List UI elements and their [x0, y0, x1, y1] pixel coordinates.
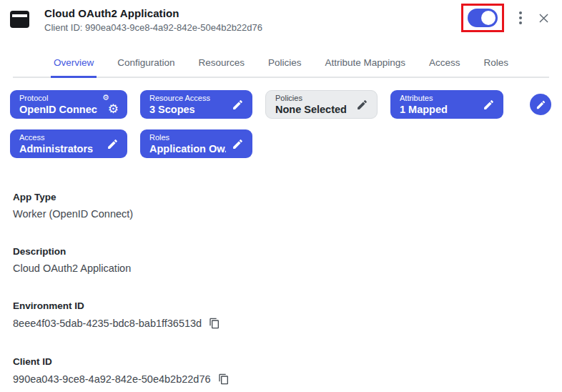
kebab-menu-icon[interactable]	[513, 6, 528, 30]
chip-label: Policies	[275, 94, 347, 102]
application-enabled-toggle[interactable]	[468, 9, 498, 27]
field-value-row: 990ea043-9ce8-4a92-842e-50e4b2b22d76	[13, 373, 549, 386]
copy-icon[interactable]	[217, 373, 230, 386]
chip-value: OpenID Connect	[19, 104, 97, 115]
chip-access[interactable]: Access Administrators	[10, 129, 127, 158]
tab-bar: Overview Configuration Resources Policie…	[13, 54, 549, 78]
field-label: Client ID	[13, 356, 549, 367]
overview-fields: App Type Worker (OpenID Connect) Descrip…	[0, 192, 562, 386]
tab-attribute-mappings[interactable]: Attribute Mappings	[325, 54, 407, 77]
chip-value: Application Ow...	[149, 143, 226, 155]
chip-value: Administrators	[19, 143, 93, 155]
field-client-id: Client ID 990ea043-9ce8-4a92-842e-50e4b2…	[13, 356, 549, 386]
page-title: Cloud OAuth2 Application	[44, 7, 262, 19]
chip-row-1: Protocol OpenID Connect ⚙⚙ Resource Acce…	[10, 90, 552, 119]
pencil-icon	[107, 138, 119, 150]
gears-icon: ⚙⚙	[102, 95, 119, 114]
application-detail-panel: Cloud OAuth2 Application Client ID: 990e…	[0, 0, 562, 386]
field-value: 990ea043-9ce8-4a92-842e-50e4b2b22d76	[13, 373, 211, 385]
field-description: Description Cloud OAuth2 Application	[13, 246, 549, 274]
chip-policies[interactable]: Policies None Selected	[265, 90, 378, 119]
chip-label: Protocol	[19, 94, 97, 102]
pencil-icon	[232, 138, 244, 150]
field-label: Environment ID	[13, 300, 549, 311]
app-window-icon	[10, 11, 29, 28]
annotation-highlight-box	[461, 4, 504, 32]
field-value-row: Cloud OAuth2 Application	[13, 263, 549, 274]
chip-resource-access[interactable]: Resource Access 3 Scopes	[140, 90, 252, 119]
copy-icon[interactable]	[208, 317, 221, 330]
field-label: App Type	[13, 192, 549, 202]
client-id-subtitle: Client ID: 990ea043-9ce8-4a92-842e-50e4b…	[44, 22, 262, 33]
close-icon[interactable]	[534, 9, 553, 28]
tab-roles[interactable]: Roles	[483, 54, 510, 77]
chip-text: Policies None Selected	[275, 94, 347, 116]
field-environment-id: Environment ID 8eee4f03-5dab-4235-bdc8-b…	[13, 300, 549, 330]
edit-application-button[interactable]	[530, 94, 551, 115]
toggle-knob	[481, 11, 496, 25]
pencil-icon	[232, 99, 244, 111]
field-value: Worker (OpenID Connect)	[13, 208, 133, 220]
chip-protocol[interactable]: Protocol OpenID Connect ⚙⚙	[10, 90, 127, 119]
chip-row-2: Access Administrators Roles Application …	[10, 129, 552, 158]
tab-configuration[interactable]: Configuration	[117, 54, 175, 77]
field-value-row: 8eee4f03-5dab-4235-bdc8-bab1ff36513d	[13, 317, 549, 330]
chip-label: Attributes	[400, 94, 448, 102]
pencil-icon	[483, 99, 495, 111]
chip-text: Resource Access 3 Scopes	[149, 94, 210, 116]
header-text: Cloud OAuth2 Application Client ID: 990e…	[44, 7, 262, 33]
pencil-icon	[356, 99, 368, 111]
tab-resources[interactable]: Resources	[197, 54, 245, 77]
chip-label: Roles	[149, 133, 226, 142]
chip-value: 3 Scopes	[149, 104, 210, 115]
tab-policies[interactable]: Policies	[267, 54, 302, 77]
pencil-icon	[536, 99, 546, 110]
quick-edit-chips: Protocol OpenID Connect ⚙⚙ Resource Acce…	[0, 78, 562, 158]
chip-attributes[interactable]: Attributes 1 Mapped	[390, 90, 503, 119]
field-value: Cloud OAuth2 Application	[13, 263, 131, 274]
chip-value: 1 Mapped	[400, 104, 448, 115]
field-label: Description	[13, 246, 549, 257]
panel-header: Cloud OAuth2 Application Client ID: 990e…	[0, 0, 562, 40]
chip-label: Resource Access	[149, 94, 210, 102]
field-value-row: Worker (OpenID Connect)	[13, 208, 549, 220]
field-value: 8eee4f03-5dab-4235-bdc8-bab1ff36513d	[13, 318, 202, 329]
header-controls	[461, 4, 553, 32]
chip-text: Attributes 1 Mapped	[400, 94, 448, 116]
chip-text: Protocol OpenID Connect	[19, 94, 97, 116]
chip-roles[interactable]: Roles Application Ow...	[140, 129, 252, 158]
field-app-type: App Type Worker (OpenID Connect)	[13, 192, 549, 220]
chip-label: Access	[19, 133, 93, 142]
tab-overview[interactable]: Overview	[53, 54, 94, 77]
chip-text: Access Administrators	[19, 133, 93, 155]
tab-access[interactable]: Access	[428, 54, 461, 77]
chip-text: Roles Application Ow...	[149, 133, 226, 155]
chip-value: None Selected	[275, 104, 347, 115]
